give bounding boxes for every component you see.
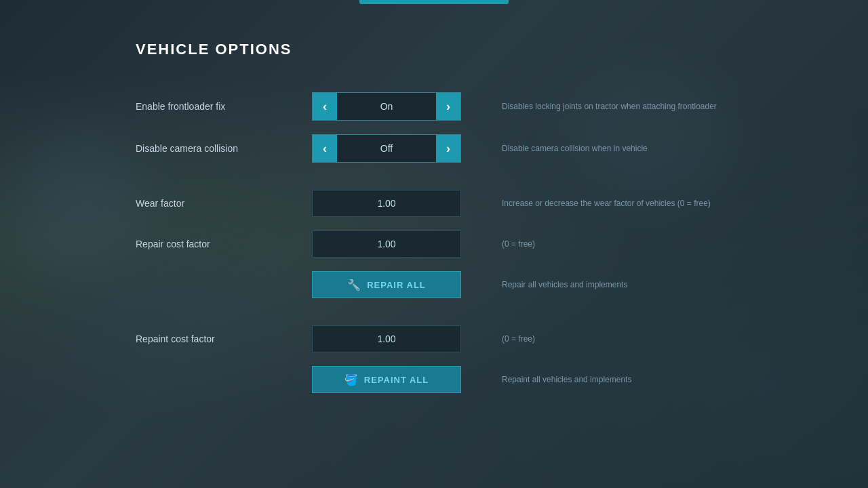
repaint-cost-description: (0 = free) — [502, 334, 732, 344]
wear-label: Wear factor — [136, 198, 312, 209]
repaint-cost-input[interactable]: 1.00 — [312, 325, 461, 352]
paint-icon: 🪣 — [344, 373, 359, 386]
frontloader-value: On — [337, 94, 436, 119]
frontloader-label: Enable frontloader fix — [136, 101, 312, 112]
chevron-right-icon — [446, 100, 450, 114]
repair-cost-control: 1.00 — [312, 230, 461, 258]
page-title: VEHICLE OPTIONS — [136, 41, 732, 58]
chevron-left-icon — [323, 100, 327, 114]
repaint-cost-value: 1.00 — [313, 333, 460, 344]
option-row-wear: Wear factor 1.00 Increase or decrease th… — [136, 183, 732, 224]
repaint-all-description: Repaint all vehicles and implements — [502, 375, 732, 384]
camera-description: Disable camera collision when in vehicle — [502, 144, 732, 153]
repair-all-description: Repair all vehicles and implements — [502, 280, 732, 289]
repaint-cost-label: Repaint cost factor — [136, 333, 312, 344]
frontloader-toggle: On — [312, 92, 461, 121]
repair-cost-value: 1.00 — [313, 239, 460, 249]
frontloader-prev-button[interactable] — [313, 93, 337, 120]
camera-label: Disable camera collision — [136, 143, 312, 154]
repair-all-label: REPAIR ALL — [367, 280, 426, 290]
camera-toggle: Off — [312, 134, 461, 163]
option-row-repaint-all: 🪣 REPAINT ALL Repaint all vehicles and i… — [136, 359, 732, 400]
camera-prev-button[interactable] — [313, 135, 337, 162]
wear-control: 1.00 — [312, 190, 461, 217]
repair-all-control: 🔧 REPAIR ALL — [312, 271, 461, 298]
repaint-cost-control: 1.00 — [312, 325, 461, 352]
wrench-icon: 🔧 — [347, 279, 361, 291]
top-progress-bar — [359, 0, 509, 4]
repaint-all-label: REPAINT ALL — [364, 375, 429, 385]
option-row-camera: Disable camera collision Off Disable cam… — [136, 127, 732, 169]
option-row-repair-all: 🔧 REPAIR ALL Repair all vehicles and imp… — [136, 264, 732, 305]
wear-description: Increase or decrease the wear factor of … — [502, 199, 732, 208]
option-row-frontloader: Enable frontloader fix On Disables locki… — [136, 85, 732, 127]
repair-cost-input[interactable]: 1.00 — [312, 230, 461, 258]
camera-value: Off — [337, 136, 436, 161]
frontloader-control: On — [312, 92, 461, 121]
wear-input[interactable]: 1.00 — [312, 190, 461, 217]
repaint-all-control: 🪣 REPAINT ALL — [312, 366, 461, 393]
chevron-right-icon — [446, 142, 450, 156]
frontloader-description: Disables locking joints on tractor when … — [502, 102, 732, 111]
frontloader-next-button[interactable] — [436, 93, 460, 120]
main-content: VEHICLE OPTIONS Enable frontloader fix O… — [0, 0, 868, 441]
options-grid: Enable frontloader fix On Disables locki… — [136, 85, 732, 400]
repair-cost-label: Repair cost factor — [136, 239, 312, 249]
option-row-repair-cost: Repair cost factor 1.00 (0 = free) — [136, 224, 732, 264]
chevron-left-icon — [323, 142, 327, 156]
spacer-1 — [136, 169, 732, 183]
spacer-2 — [136, 305, 732, 319]
repair-all-button[interactable]: 🔧 REPAIR ALL — [312, 271, 461, 298]
option-row-repaint-cost: Repaint cost factor 1.00 (0 = free) — [136, 319, 732, 359]
repaint-all-button[interactable]: 🪣 REPAINT ALL — [312, 366, 461, 393]
wear-value: 1.00 — [313, 198, 460, 209]
camera-control: Off — [312, 134, 461, 163]
camera-next-button[interactable] — [436, 135, 460, 162]
repair-cost-description: (0 = free) — [502, 239, 732, 249]
